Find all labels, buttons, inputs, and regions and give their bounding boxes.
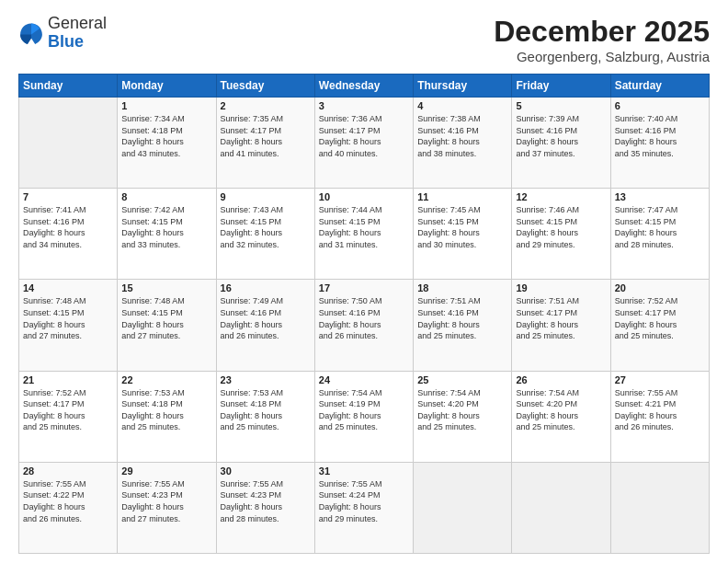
day-number: 14 [23, 282, 113, 293]
day-number: 1 [121, 100, 211, 111]
calendar-cell: 17Sunrise: 7:50 AM Sunset: 4:16 PM Dayli… [314, 280, 413, 371]
calendar-week-row: 21Sunrise: 7:52 AM Sunset: 4:17 PM Dayli… [19, 371, 710, 462]
calendar-cell: 14Sunrise: 7:48 AM Sunset: 4:15 PM Dayli… [19, 280, 118, 371]
day-number: 20 [615, 282, 705, 293]
day-info: Sunrise: 7:51 AM Sunset: 4:17 PM Dayligh… [516, 295, 606, 341]
page: General Blue December 2025 Georgenberg, … [0, 0, 728, 563]
calendar-cell: 28Sunrise: 7:55 AM Sunset: 4:22 PM Dayli… [19, 462, 118, 553]
day-info: Sunrise: 7:41 AM Sunset: 4:16 PM Dayligh… [23, 204, 113, 250]
day-info: Sunrise: 7:55 AM Sunset: 4:22 PM Dayligh… [23, 478, 113, 524]
weekday-header-friday: Friday [512, 75, 610, 98]
day-number: 23 [221, 374, 311, 385]
calendar-cell: 24Sunrise: 7:54 AM Sunset: 4:19 PM Dayli… [314, 371, 413, 462]
calendar-cell: 4Sunrise: 7:38 AM Sunset: 4:16 PM Daylig… [414, 98, 512, 189]
day-number: 10 [319, 191, 409, 202]
logo-general-text: General [48, 14, 107, 32]
day-number: 28 [23, 465, 113, 477]
calendar-cell: 3Sunrise: 7:36 AM Sunset: 4:17 PM Daylig… [314, 98, 413, 189]
calendar-cell: 21Sunrise: 7:52 AM Sunset: 4:17 PM Dayli… [19, 371, 118, 462]
logo-icon [18, 20, 44, 46]
location-title: Georgenberg, Salzburg, Austria [494, 49, 710, 64]
weekday-header-row: SundayMondayTuesdayWednesdayThursdayFrid… [19, 75, 710, 98]
calendar-cell: 30Sunrise: 7:55 AM Sunset: 4:23 PM Dayli… [216, 462, 314, 553]
calendar-cell [512, 462, 610, 553]
day-number: 21 [23, 374, 113, 385]
day-number: 5 [516, 100, 606, 111]
day-info: Sunrise: 7:53 AM Sunset: 4:18 PM Dayligh… [221, 387, 311, 433]
calendar-cell: 6Sunrise: 7:40 AM Sunset: 4:16 PM Daylig… [610, 98, 709, 189]
day-info: Sunrise: 7:48 AM Sunset: 4:15 PM Dayligh… [121, 295, 211, 341]
day-number: 11 [417, 191, 507, 202]
calendar-cell: 2Sunrise: 7:35 AM Sunset: 4:17 PM Daylig… [216, 98, 314, 189]
day-number: 8 [121, 191, 211, 202]
day-info: Sunrise: 7:55 AM Sunset: 4:24 PM Dayligh… [319, 478, 409, 524]
day-info: Sunrise: 7:34 AM Sunset: 4:18 PM Dayligh… [121, 113, 211, 159]
day-number: 17 [319, 282, 409, 293]
day-number: 16 [221, 282, 311, 293]
day-info: Sunrise: 7:48 AM Sunset: 4:15 PM Dayligh… [23, 295, 113, 341]
weekday-header-thursday: Thursday [414, 75, 512, 98]
calendar-week-row: 1Sunrise: 7:34 AM Sunset: 4:18 PM Daylig… [19, 98, 710, 189]
day-number: 12 [516, 191, 606, 202]
calendar-cell: 15Sunrise: 7:48 AM Sunset: 4:15 PM Dayli… [118, 280, 216, 371]
calendar-cell: 10Sunrise: 7:44 AM Sunset: 4:15 PM Dayli… [314, 189, 413, 280]
calendar-cell: 23Sunrise: 7:53 AM Sunset: 4:18 PM Dayli… [216, 371, 314, 462]
calendar-cell: 22Sunrise: 7:53 AM Sunset: 4:18 PM Dayli… [118, 371, 216, 462]
calendar-cell: 18Sunrise: 7:51 AM Sunset: 4:16 PM Dayli… [414, 280, 512, 371]
day-number: 18 [417, 282, 507, 293]
day-info: Sunrise: 7:46 AM Sunset: 4:15 PM Dayligh… [516, 204, 606, 250]
calendar-cell [610, 462, 709, 553]
calendar-cell [414, 462, 512, 553]
weekday-header-wednesday: Wednesday [314, 75, 413, 98]
day-number: 24 [319, 374, 409, 385]
weekday-header-sunday: Sunday [19, 75, 118, 98]
day-info: Sunrise: 7:40 AM Sunset: 4:16 PM Dayligh… [615, 113, 705, 159]
weekday-header-monday: Monday [118, 75, 216, 98]
calendar-cell: 1Sunrise: 7:34 AM Sunset: 4:18 PM Daylig… [118, 98, 216, 189]
day-info: Sunrise: 7:43 AM Sunset: 4:15 PM Dayligh… [221, 204, 311, 250]
day-number: 30 [221, 465, 311, 477]
calendar-cell: 9Sunrise: 7:43 AM Sunset: 4:15 PM Daylig… [216, 189, 314, 280]
day-number: 7 [23, 191, 113, 202]
calendar-cell: 7Sunrise: 7:41 AM Sunset: 4:16 PM Daylig… [19, 189, 118, 280]
header: General Blue December 2025 Georgenberg, … [18, 15, 710, 64]
day-number: 13 [615, 191, 705, 202]
day-number: 2 [221, 100, 311, 111]
day-info: Sunrise: 7:52 AM Sunset: 4:17 PM Dayligh… [615, 295, 705, 341]
logo: General Blue [18, 15, 107, 52]
weekday-header-saturday: Saturday [610, 75, 709, 98]
day-info: Sunrise: 7:44 AM Sunset: 4:15 PM Dayligh… [319, 204, 409, 250]
day-number: 27 [615, 374, 705, 385]
calendar-cell: 29Sunrise: 7:55 AM Sunset: 4:23 PM Dayli… [118, 462, 216, 553]
calendar-cell: 26Sunrise: 7:54 AM Sunset: 4:20 PM Dayli… [512, 371, 610, 462]
day-info: Sunrise: 7:50 AM Sunset: 4:16 PM Dayligh… [319, 295, 409, 341]
day-number: 9 [221, 191, 311, 202]
day-info: Sunrise: 7:55 AM Sunset: 4:23 PM Dayligh… [121, 478, 211, 524]
day-number: 4 [417, 100, 507, 111]
day-info: Sunrise: 7:35 AM Sunset: 4:17 PM Dayligh… [221, 113, 311, 159]
day-number: 22 [121, 374, 211, 385]
weekday-header-tuesday: Tuesday [216, 75, 314, 98]
day-info: Sunrise: 7:47 AM Sunset: 4:15 PM Dayligh… [615, 204, 705, 250]
calendar-cell: 27Sunrise: 7:55 AM Sunset: 4:21 PM Dayli… [610, 371, 709, 462]
day-info: Sunrise: 7:36 AM Sunset: 4:17 PM Dayligh… [319, 113, 409, 159]
day-number: 31 [319, 465, 409, 477]
day-number: 26 [516, 374, 606, 385]
calendar-cell: 16Sunrise: 7:49 AM Sunset: 4:16 PM Dayli… [216, 280, 314, 371]
day-info: Sunrise: 7:42 AM Sunset: 4:15 PM Dayligh… [121, 204, 211, 250]
calendar-cell: 5Sunrise: 7:39 AM Sunset: 4:16 PM Daylig… [512, 98, 610, 189]
logo-text: General Blue [48, 15, 107, 52]
day-info: Sunrise: 7:49 AM Sunset: 4:16 PM Dayligh… [221, 295, 311, 341]
day-info: Sunrise: 7:54 AM Sunset: 4:20 PM Dayligh… [516, 387, 606, 433]
calendar-cell: 11Sunrise: 7:45 AM Sunset: 4:15 PM Dayli… [414, 189, 512, 280]
day-number: 3 [319, 100, 409, 111]
calendar-week-row: 14Sunrise: 7:48 AM Sunset: 4:15 PM Dayli… [19, 280, 710, 371]
calendar-cell: 8Sunrise: 7:42 AM Sunset: 4:15 PM Daylig… [118, 189, 216, 280]
day-number: 6 [615, 100, 705, 111]
calendar-cell: 12Sunrise: 7:46 AM Sunset: 4:15 PM Dayli… [512, 189, 610, 280]
calendar-week-row: 28Sunrise: 7:55 AM Sunset: 4:22 PM Dayli… [19, 462, 710, 553]
day-number: 15 [121, 282, 211, 293]
calendar-table: SundayMondayTuesdayWednesdayThursdayFrid… [18, 74, 710, 554]
day-info: Sunrise: 7:51 AM Sunset: 4:16 PM Dayligh… [417, 295, 507, 341]
day-number: 29 [121, 465, 211, 477]
